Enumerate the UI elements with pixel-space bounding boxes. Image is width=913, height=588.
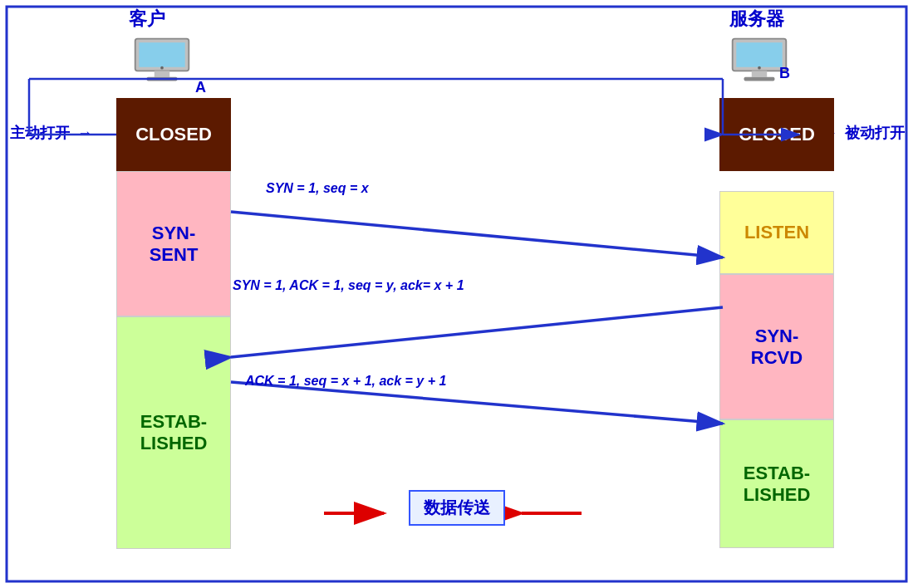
server-label: 服务器 xyxy=(729,7,784,32)
server-closed-state: CLOSED xyxy=(719,98,834,171)
client-established-state: ESTAB-LISHED xyxy=(116,316,231,549)
client-syn-sent-state: SYN-SENT xyxy=(116,171,231,316)
svg-line-21 xyxy=(231,212,723,257)
svg-point-9 xyxy=(758,66,761,70)
client-label: 客户 xyxy=(129,7,165,32)
msg3-label: ACK = 1, seq = x + 1, ack = y + 1 xyxy=(245,374,446,389)
passive-open-label: ← 被动打开 xyxy=(822,123,905,143)
server-listen-state: LISTEN xyxy=(719,191,834,274)
svg-point-4 xyxy=(160,66,164,70)
svg-rect-1 xyxy=(139,42,184,67)
server-established-state: ESTAB-LISHED xyxy=(719,419,834,548)
msg2-label: SYN = 1, ACK = 1, seq = y, ack= x + 1 xyxy=(233,278,464,293)
server-syn-rcvd-state: SYN-RCVD xyxy=(719,274,834,419)
svg-rect-3 xyxy=(147,77,178,81)
svg-rect-7 xyxy=(752,71,767,76)
svg-rect-2 xyxy=(155,71,169,76)
server-b-label: B xyxy=(779,65,790,82)
client-computer-icon xyxy=(129,35,195,85)
data-transfer-box: 数据传送 xyxy=(409,490,505,526)
svg-rect-6 xyxy=(736,42,782,67)
svg-line-22 xyxy=(231,307,723,357)
svg-rect-8 xyxy=(744,77,775,81)
client-a-label: A xyxy=(195,79,206,96)
tcp-handshake-diagram: 客户 服务器 A B 主动打开 → ← 被动打开 CLOSED CLOSED S… xyxy=(0,0,913,588)
client-closed-state: CLOSED xyxy=(116,98,231,171)
active-open-label: 主动打开 → xyxy=(10,123,92,143)
msg1-label: SYN = 1, seq = x xyxy=(266,181,369,196)
